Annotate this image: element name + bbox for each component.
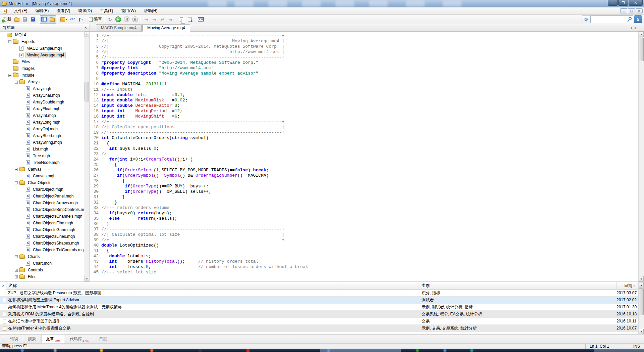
tree-item-label[interactable]: Charts — [26, 254, 41, 260]
community-notifications-button[interactable]: 5 — [634, 15, 642, 23]
tree-item[interactable]: MQL4 — [0, 32, 84, 38]
toolbox-tab-2[interactable]: 搜索 — [24, 335, 40, 343]
editor-scrollbar[interactable]: ▲ ▼ — [638, 32, 644, 281]
article-name-cell[interactable]: ZUP - 通用之字折线构造 Pesavento 形态。图形界面 — [0, 290, 419, 296]
tree-item[interactable]: Charts — [0, 253, 84, 260]
tree-item-label[interactable]: Canvas — [26, 166, 43, 172]
taskbar-system-tray[interactable] — [594, 349, 644, 352]
menu-item-h[interactable]: 帮助(H) — [140, 7, 162, 15]
toolbar-button-save-file[interactable] — [21, 15, 29, 24]
taskbar-active-window[interactable] — [320, 349, 401, 352]
toolbox-close-icon[interactable]: ✕ — [1, 283, 6, 288]
tree-item[interactable]: Experts — [0, 38, 84, 45]
tab-scroll-right-icon[interactable]: ▸ — [635, 26, 637, 30]
navigator-scrollbar[interactable]: ▲ ▼ — [84, 32, 90, 281]
tree-item-label[interactable]: Canvas.mqh — [32, 173, 57, 179]
article-row[interactable]: 采用栈式 RBM 的深度神经网络。自训练, 自控制交易系统, 积分, EA交易,… — [0, 311, 638, 318]
toolbar-button-open-file[interactable] — [13, 15, 21, 24]
tree-item[interactable]: Files — [0, 273, 84, 280]
toolbar-button-pause-debug[interactable] — [122, 15, 131, 24]
tree-item[interactable]: hArray.mqh — [0, 85, 84, 92]
toolbar-button-insert-var[interactable]: var — [68, 15, 76, 24]
scroll-up-icon[interactable]: ▲ — [85, 32, 89, 37]
tree-item[interactable]: hChartObjectPanel.mqh — [0, 193, 84, 200]
toolbar-button-open-chart[interactable] — [197, 15, 205, 24]
tree-item[interactable]: hTreeNode.mqh — [0, 159, 84, 166]
tree-item-label[interactable]: ChartObjectPanel.mqh — [32, 193, 75, 199]
collapse-icon[interactable] — [15, 255, 18, 258]
toolbar-button-restart-debug[interactable]: ↻ — [106, 15, 114, 24]
tree-item-label[interactable]: Chart.mqh — [32, 260, 53, 266]
tree-item[interactable]: hCanvas.mqh — [0, 173, 84, 179]
article-row[interactable]: 如何构建和使用 MetaTrader 4的策略测试器来测试二元期权策略示例, 测… — [0, 304, 638, 311]
tree-item-label[interactable]: MQL4 — [14, 32, 28, 38]
toolbar-button-toggle-toolbox[interactable] — [48, 15, 56, 24]
tree-item-label[interactable]: ArrayDouble.mqh — [32, 99, 65, 105]
article-name-cell[interactable]: 采用栈式 RBM 的深度神经网络。自训练, 自控制 — [0, 311, 419, 317]
tree-item[interactable]: hArrayFloat.mqh — [0, 105, 84, 112]
scroll-up-icon[interactable]: ▲ — [639, 282, 644, 288]
article-row[interactable]: 在 MetaTrader 4 中的投资组合交易示例, 交易, 交易系统, 统计分… — [0, 325, 638, 332]
tree-item[interactable]: hArrayObj.mqh — [0, 126, 84, 132]
toolbar-button-step-out[interactable]: ↫ — [158, 15, 166, 24]
article-row[interactable]: 在外汇市场中货币篮子的运作交易2016.10.11 — [0, 318, 638, 325]
dropdown-arrow-icon[interactable]: ▾ — [66, 18, 67, 21]
taskbar-icon[interactable] — [443, 349, 446, 352]
collapse-icon[interactable] — [15, 181, 18, 184]
toolbox-grip[interactable]: ⋮⋮ — [1, 335, 6, 343]
tree-item[interactable]: hTree.mqh — [0, 152, 84, 159]
tree-item[interactable]: hChartObjectsTxtControls.mqh — [0, 247, 84, 253]
toolbar-button-profiler[interactable]: ● — [185, 15, 194, 24]
toolbar-button-step-over[interactable]: ↪ — [150, 15, 158, 24]
tree-item-label[interactable]: Images — [20, 65, 36, 72]
toolbox-tab-3[interactable]: 文章229 — [42, 335, 64, 343]
collapse-icon[interactable] — [8, 40, 11, 43]
tree-item-label[interactable]: ChartObjectsGann.mqh — [32, 227, 76, 233]
tree-item-label[interactable]: Moving Average.mq4 — [25, 52, 66, 58]
tree-item[interactable]: hList.mqh — [0, 146, 84, 152]
taskbar-icon[interactable] — [150, 349, 153, 352]
toolbar-button-new-file[interactable]: +新 — [1, 15, 13, 24]
menu-item-f[interactable]: 文件(F) — [10, 7, 31, 15]
tree-item[interactable]: hArrayShort.mqh — [0, 132, 84, 139]
tree-item[interactable]: hChartObjectsArrows.mqh — [0, 200, 84, 206]
window-restore-button[interactable]: ❐ — [618, 0, 628, 6]
column-header-name[interactable]: 名称 — [6, 282, 419, 289]
tree-item[interactable]: hArrayInt.mqh — [0, 112, 84, 119]
editor-tab-macd-sample-mq4[interactable]: MACD Sample.mq4 — [96, 24, 142, 31]
tree-item[interactable]: Include — [0, 72, 84, 79]
menu-item-e[interactable]: 编辑(E) — [31, 7, 53, 15]
editor-scroll-thumb[interactable] — [639, 38, 644, 61]
collapse-icon[interactable] — [15, 81, 18, 84]
tree-item[interactable]: Canvas — [0, 166, 84, 173]
taskbar-icon[interactable] — [54, 349, 57, 352]
tree-item-label[interactable]: TreeNode.mqh — [32, 160, 61, 166]
tree-item-label[interactable]: Controls — [26, 267, 44, 273]
taskbar-icon[interactable] — [247, 349, 250, 352]
tree-item-label[interactable]: Tree.mqh — [32, 153, 51, 159]
toolbar-button-save-all[interactable] — [29, 15, 37, 24]
collapse-icon[interactable] — [15, 168, 18, 171]
tree-item[interactable]: 4MACD Sample.mq4 — [0, 45, 84, 52]
column-header-category[interactable]: 类别 — [419, 282, 616, 289]
tree-item[interactable]: hChartObjectsLines.mqh — [0, 233, 84, 240]
tree-item[interactable]: Arrays — [0, 79, 84, 85]
article-name-cell[interactable]: 在非标准时间范围上测试 Expert Advisor — [0, 297, 419, 303]
tree-item[interactable]: hChart.mqh — [0, 260, 84, 267]
column-header-date[interactable]: 日期▿ — [616, 282, 638, 289]
toolbar-button-stop-debug[interactable] — [131, 15, 139, 24]
tree-item-label[interactable]: ChartObjectsChannels.mqh — [32, 213, 84, 219]
window-close-button[interactable]: ✕ — [629, 0, 643, 6]
tree-item[interactable]: hChartObjectsBmpControls.mqh — [0, 206, 84, 213]
toolbox-tab-1[interactable]: 错误 — [6, 335, 22, 343]
mdi-restore-button[interactable]: ▢ — [628, 8, 635, 13]
editor-tab-moving-average-mq4[interactable]: Moving Average.mq4 — [142, 24, 190, 32]
menu-item-w[interactable]: 窗口(W) — [117, 7, 140, 15]
toolbar-button-copy[interactable] — [177, 15, 185, 24]
menu-item-t[interactable]: 工具(T) — [96, 7, 117, 15]
code-editor[interactable]: 1//+------------------------------------… — [90, 32, 638, 281]
tree-item-label[interactable]: ArrayInt.mqh — [32, 113, 57, 119]
scroll-down-icon[interactable]: ▼ — [639, 329, 644, 334]
window-minimize-button[interactable]: — — [608, 0, 618, 6]
taskbar-icon[interactable] — [21, 349, 24, 352]
